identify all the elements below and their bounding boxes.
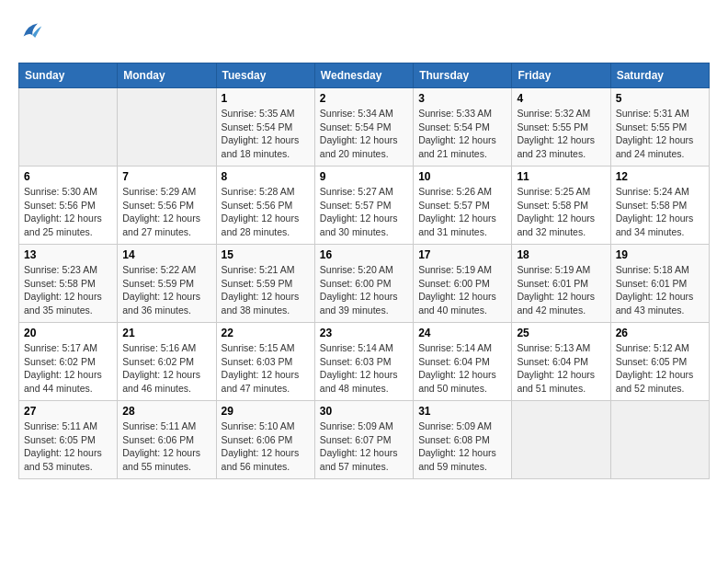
daylight: Daylight: 12 hours and 36 minutes. (122, 290, 210, 316)
cell-info: Sunrise: 5:17 AM Sunset: 6:02 PM Dayligh… (24, 341, 112, 396)
calendar-cell: 8 Sunrise: 5:28 AM Sunset: 5:56 PM Dayli… (216, 167, 314, 245)
cell-info: Sunrise: 5:22 AM Sunset: 5:59 PM Dayligh… (122, 263, 210, 317)
daylight: Daylight: 12 hours and 31 minutes. (418, 212, 506, 238)
daylight: Daylight: 12 hours and 55 minutes. (122, 446, 210, 473)
sunrise: Sunrise: 5:16 AM (122, 341, 210, 355)
cell-info: Sunrise: 5:32 AM Sunset: 5:55 PM Dayligh… (517, 107, 605, 161)
logo (18, 18, 48, 48)
daylight: Daylight: 12 hours and 51 minutes. (517, 368, 605, 395)
day-number: 19 (616, 248, 704, 261)
sunrise: Sunrise: 5:31 AM (616, 107, 704, 121)
sunrise: Sunrise: 5:14 AM (320, 341, 408, 355)
cell-info: Sunrise: 5:15 AM Sunset: 6:03 PM Dayligh… (222, 341, 310, 396)
daylight: Daylight: 12 hours and 30 minutes. (320, 212, 408, 238)
sunrise: Sunrise: 5:11 AM (122, 419, 210, 433)
daylight: Daylight: 12 hours and 34 minutes. (616, 212, 704, 238)
cell-info: Sunrise: 5:20 AM Sunset: 6:00 PM Dayligh… (320, 263, 408, 317)
day-header-thursday: Thursday (414, 63, 512, 88)
calendar-cell: 18 Sunrise: 5:19 AM Sunset: 6:01 PM Dayl… (512, 245, 610, 323)
daylight: Daylight: 12 hours and 53 minutes. (24, 446, 112, 473)
sunset: Sunset: 6:03 PM (222, 355, 310, 369)
day-number: 21 (122, 327, 210, 339)
calendar-cell: 2 Sunrise: 5:34 AM Sunset: 5:54 PM Dayli… (314, 88, 413, 167)
sunrise: Sunrise: 5:26 AM (418, 185, 506, 199)
daylight: Daylight: 12 hours and 48 minutes. (320, 368, 408, 395)
page-header (18, 18, 710, 48)
day-number: 3 (418, 92, 506, 105)
day-number: 2 (320, 92, 408, 105)
cell-info: Sunrise: 5:28 AM Sunset: 5:56 PM Dayligh… (222, 185, 310, 239)
sunrise: Sunrise: 5:30 AM (24, 185, 112, 199)
calendar-cell: 14 Sunrise: 5:22 AM Sunset: 5:59 PM Dayl… (118, 245, 216, 323)
calendar-cell: 26 Sunrise: 5:12 AM Sunset: 6:05 PM Dayl… (610, 323, 709, 401)
cell-info: Sunrise: 5:31 AM Sunset: 5:55 PM Dayligh… (616, 107, 704, 161)
daylight: Daylight: 12 hours and 40 minutes. (418, 290, 506, 316)
cell-info: Sunrise: 5:26 AM Sunset: 5:57 PM Dayligh… (418, 185, 506, 239)
day-header-sunday: Sunday (19, 63, 118, 88)
cell-info: Sunrise: 5:19 AM Sunset: 6:00 PM Dayligh… (418, 263, 506, 317)
sunrise: Sunrise: 5:27 AM (320, 185, 408, 199)
daylight: Daylight: 12 hours and 27 minutes. (122, 212, 210, 238)
sunrise: Sunrise: 5:28 AM (222, 185, 310, 199)
sunset: Sunset: 5:54 PM (418, 121, 506, 134)
sunset: Sunset: 6:05 PM (24, 433, 112, 447)
calendar-cell: 25 Sunrise: 5:13 AM Sunset: 6:04 PM Dayl… (512, 323, 610, 401)
calendar-cell: 31 Sunrise: 5:09 AM Sunset: 6:08 PM Dayl… (414, 401, 512, 479)
sunset: Sunset: 5:58 PM (24, 277, 112, 291)
sunset: Sunset: 6:07 PM (320, 433, 408, 447)
sunrise: Sunrise: 5:11 AM (24, 419, 112, 433)
sunset: Sunset: 5:55 PM (616, 121, 704, 134)
cell-info: Sunrise: 5:30 AM Sunset: 5:56 PM Dayligh… (24, 185, 112, 239)
daylight: Daylight: 12 hours and 18 minutes. (222, 133, 310, 160)
sunrise: Sunrise: 5:14 AM (418, 341, 506, 355)
calendar-cell: 6 Sunrise: 5:30 AM Sunset: 5:56 PM Dayli… (19, 167, 118, 245)
day-number: 30 (320, 405, 408, 418)
sunset: Sunset: 6:03 PM (320, 355, 408, 369)
day-number: 23 (320, 327, 408, 339)
day-number: 10 (418, 170, 506, 183)
calendar-cell: 29 Sunrise: 5:10 AM Sunset: 6:06 PM Dayl… (216, 401, 314, 479)
day-number: 11 (517, 170, 605, 183)
cell-info: Sunrise: 5:27 AM Sunset: 5:57 PM Dayligh… (320, 185, 408, 239)
day-number: 12 (616, 170, 704, 183)
day-header-wednesday: Wednesday (314, 63, 413, 88)
daylight: Daylight: 12 hours and 32 minutes. (517, 212, 605, 238)
calendar-table: SundayMondayTuesdayWednesdayThursdayFrid… (18, 63, 710, 479)
daylight: Daylight: 12 hours and 21 minutes. (418, 133, 506, 160)
sunset: Sunset: 6:06 PM (122, 433, 210, 447)
calendar-cell: 10 Sunrise: 5:26 AM Sunset: 5:57 PM Dayl… (414, 167, 512, 245)
cell-info: Sunrise: 5:21 AM Sunset: 5:59 PM Dayligh… (222, 263, 310, 317)
calendar-cell: 16 Sunrise: 5:20 AM Sunset: 6:00 PM Dayl… (314, 245, 413, 323)
sunrise: Sunrise: 5:12 AM (616, 341, 704, 355)
day-header-tuesday: Tuesday (216, 63, 314, 88)
sunset: Sunset: 6:04 PM (517, 355, 605, 369)
sunset: Sunset: 5:54 PM (222, 121, 310, 134)
calendar-cell: 12 Sunrise: 5:24 AM Sunset: 5:58 PM Dayl… (610, 167, 709, 245)
day-number: 6 (24, 170, 112, 183)
sunrise: Sunrise: 5:13 AM (517, 341, 605, 355)
sunrise: Sunrise: 5:09 AM (320, 419, 408, 433)
sunset: Sunset: 5:57 PM (320, 199, 408, 213)
cell-info: Sunrise: 5:14 AM Sunset: 6:04 PM Dayligh… (418, 341, 506, 396)
sunset: Sunset: 5:54 PM (320, 121, 408, 134)
day-number: 8 (222, 170, 310, 183)
day-number: 17 (418, 248, 506, 261)
cell-info: Sunrise: 5:14 AM Sunset: 6:03 PM Dayligh… (320, 341, 408, 396)
calendar-cell: 13 Sunrise: 5:23 AM Sunset: 5:58 PM Dayl… (19, 245, 118, 323)
calendar-cell: 1 Sunrise: 5:35 AM Sunset: 5:54 PM Dayli… (216, 88, 314, 167)
calendar-cell: 20 Sunrise: 5:17 AM Sunset: 6:02 PM Dayl… (19, 323, 118, 401)
sunrise: Sunrise: 5:15 AM (222, 341, 310, 355)
day-number: 13 (24, 248, 112, 261)
cell-info: Sunrise: 5:12 AM Sunset: 6:05 PM Dayligh… (616, 341, 704, 396)
daylight: Daylight: 12 hours and 42 minutes. (517, 290, 605, 316)
daylight: Daylight: 12 hours and 50 minutes. (418, 368, 506, 395)
cell-info: Sunrise: 5:23 AM Sunset: 5:58 PM Dayligh… (24, 263, 112, 317)
daylight: Daylight: 12 hours and 24 minutes. (616, 133, 704, 160)
daylight: Daylight: 12 hours and 57 minutes. (320, 446, 408, 473)
sunrise: Sunrise: 5:17 AM (24, 341, 112, 355)
cell-info: Sunrise: 5:13 AM Sunset: 6:04 PM Dayligh… (517, 341, 605, 396)
daylight: Daylight: 12 hours and 47 minutes. (222, 368, 310, 395)
sunrise: Sunrise: 5:22 AM (122, 263, 210, 277)
day-number: 27 (24, 405, 112, 418)
day-number: 18 (517, 248, 605, 261)
